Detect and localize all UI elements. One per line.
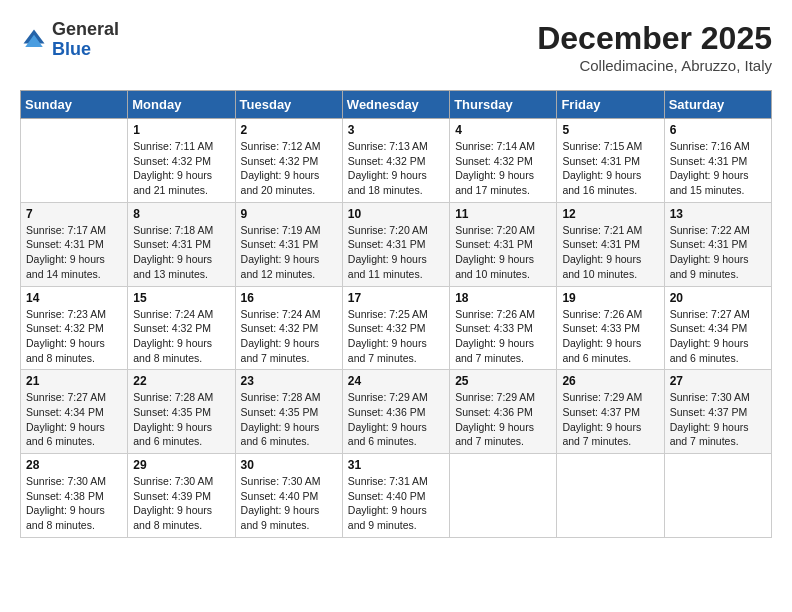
day-info: Sunrise: 7:26 AMSunset: 4:33 PMDaylight:… — [455, 307, 551, 366]
day-info: Sunrise: 7:21 AMSunset: 4:31 PMDaylight:… — [562, 223, 658, 282]
week-row-1: 1Sunrise: 7:11 AMSunset: 4:32 PMDaylight… — [21, 119, 772, 203]
day-cell: 7Sunrise: 7:17 AMSunset: 4:31 PMDaylight… — [21, 202, 128, 286]
day-number: 14 — [26, 291, 122, 305]
col-header-tuesday: Tuesday — [235, 91, 342, 119]
day-number: 19 — [562, 291, 658, 305]
day-info: Sunrise: 7:26 AMSunset: 4:33 PMDaylight:… — [562, 307, 658, 366]
day-cell: 30Sunrise: 7:30 AMSunset: 4:40 PMDayligh… — [235, 454, 342, 538]
day-number: 13 — [670, 207, 766, 221]
day-info: Sunrise: 7:23 AMSunset: 4:32 PMDaylight:… — [26, 307, 122, 366]
day-cell: 23Sunrise: 7:28 AMSunset: 4:35 PMDayligh… — [235, 370, 342, 454]
day-cell: 2Sunrise: 7:12 AMSunset: 4:32 PMDaylight… — [235, 119, 342, 203]
day-cell: 10Sunrise: 7:20 AMSunset: 4:31 PMDayligh… — [342, 202, 449, 286]
day-cell — [664, 454, 771, 538]
day-info: Sunrise: 7:29 AMSunset: 4:36 PMDaylight:… — [455, 390, 551, 449]
day-cell: 8Sunrise: 7:18 AMSunset: 4:31 PMDaylight… — [128, 202, 235, 286]
title-block: December 2025 Colledimacine, Abruzzo, It… — [537, 20, 772, 74]
day-cell: 31Sunrise: 7:31 AMSunset: 4:40 PMDayligh… — [342, 454, 449, 538]
day-cell: 6Sunrise: 7:16 AMSunset: 4:31 PMDaylight… — [664, 119, 771, 203]
day-cell: 22Sunrise: 7:28 AMSunset: 4:35 PMDayligh… — [128, 370, 235, 454]
calendar-table: SundayMondayTuesdayWednesdayThursdayFrid… — [20, 90, 772, 538]
col-header-saturday: Saturday — [664, 91, 771, 119]
day-info: Sunrise: 7:24 AMSunset: 4:32 PMDaylight:… — [241, 307, 337, 366]
logo: General Blue — [20, 20, 119, 60]
day-number: 18 — [455, 291, 551, 305]
day-number: 16 — [241, 291, 337, 305]
day-info: Sunrise: 7:30 AMSunset: 4:40 PMDaylight:… — [241, 474, 337, 533]
day-info: Sunrise: 7:28 AMSunset: 4:35 PMDaylight:… — [241, 390, 337, 449]
location: Colledimacine, Abruzzo, Italy — [537, 57, 772, 74]
day-cell: 19Sunrise: 7:26 AMSunset: 4:33 PMDayligh… — [557, 286, 664, 370]
day-number: 23 — [241, 374, 337, 388]
day-number: 28 — [26, 458, 122, 472]
day-number: 3 — [348, 123, 444, 137]
day-cell: 3Sunrise: 7:13 AMSunset: 4:32 PMDaylight… — [342, 119, 449, 203]
day-cell: 9Sunrise: 7:19 AMSunset: 4:31 PMDaylight… — [235, 202, 342, 286]
day-info: Sunrise: 7:13 AMSunset: 4:32 PMDaylight:… — [348, 139, 444, 198]
week-row-2: 7Sunrise: 7:17 AMSunset: 4:31 PMDaylight… — [21, 202, 772, 286]
day-cell: 24Sunrise: 7:29 AMSunset: 4:36 PMDayligh… — [342, 370, 449, 454]
day-cell: 29Sunrise: 7:30 AMSunset: 4:39 PMDayligh… — [128, 454, 235, 538]
day-cell: 28Sunrise: 7:30 AMSunset: 4:38 PMDayligh… — [21, 454, 128, 538]
day-info: Sunrise: 7:29 AMSunset: 4:36 PMDaylight:… — [348, 390, 444, 449]
day-cell: 20Sunrise: 7:27 AMSunset: 4:34 PMDayligh… — [664, 286, 771, 370]
day-info: Sunrise: 7:30 AMSunset: 4:38 PMDaylight:… — [26, 474, 122, 533]
day-number: 4 — [455, 123, 551, 137]
day-info: Sunrise: 7:27 AMSunset: 4:34 PMDaylight:… — [670, 307, 766, 366]
day-info: Sunrise: 7:20 AMSunset: 4:31 PMDaylight:… — [348, 223, 444, 282]
day-info: Sunrise: 7:27 AMSunset: 4:34 PMDaylight:… — [26, 390, 122, 449]
day-number: 10 — [348, 207, 444, 221]
col-header-thursday: Thursday — [450, 91, 557, 119]
day-number: 8 — [133, 207, 229, 221]
day-number: 7 — [26, 207, 122, 221]
col-header-wednesday: Wednesday — [342, 91, 449, 119]
day-cell: 13Sunrise: 7:22 AMSunset: 4:31 PMDayligh… — [664, 202, 771, 286]
day-number: 17 — [348, 291, 444, 305]
day-info: Sunrise: 7:30 AMSunset: 4:37 PMDaylight:… — [670, 390, 766, 449]
logo-icon — [20, 26, 48, 54]
day-info: Sunrise: 7:28 AMSunset: 4:35 PMDaylight:… — [133, 390, 229, 449]
day-cell: 14Sunrise: 7:23 AMSunset: 4:32 PMDayligh… — [21, 286, 128, 370]
day-number: 11 — [455, 207, 551, 221]
col-header-sunday: Sunday — [21, 91, 128, 119]
day-cell: 17Sunrise: 7:25 AMSunset: 4:32 PMDayligh… — [342, 286, 449, 370]
day-number: 27 — [670, 374, 766, 388]
day-cell: 11Sunrise: 7:20 AMSunset: 4:31 PMDayligh… — [450, 202, 557, 286]
day-cell: 27Sunrise: 7:30 AMSunset: 4:37 PMDayligh… — [664, 370, 771, 454]
day-info: Sunrise: 7:16 AMSunset: 4:31 PMDaylight:… — [670, 139, 766, 198]
day-cell — [21, 119, 128, 203]
day-info: Sunrise: 7:29 AMSunset: 4:37 PMDaylight:… — [562, 390, 658, 449]
day-cell: 21Sunrise: 7:27 AMSunset: 4:34 PMDayligh… — [21, 370, 128, 454]
day-cell — [450, 454, 557, 538]
calendar-header-row: SundayMondayTuesdayWednesdayThursdayFrid… — [21, 91, 772, 119]
day-info: Sunrise: 7:17 AMSunset: 4:31 PMDaylight:… — [26, 223, 122, 282]
day-number: 12 — [562, 207, 658, 221]
day-cell: 16Sunrise: 7:24 AMSunset: 4:32 PMDayligh… — [235, 286, 342, 370]
day-number: 2 — [241, 123, 337, 137]
week-row-5: 28Sunrise: 7:30 AMSunset: 4:38 PMDayligh… — [21, 454, 772, 538]
day-number: 21 — [26, 374, 122, 388]
day-info: Sunrise: 7:31 AMSunset: 4:40 PMDaylight:… — [348, 474, 444, 533]
day-info: Sunrise: 7:25 AMSunset: 4:32 PMDaylight:… — [348, 307, 444, 366]
day-cell: 25Sunrise: 7:29 AMSunset: 4:36 PMDayligh… — [450, 370, 557, 454]
day-number: 26 — [562, 374, 658, 388]
day-cell: 15Sunrise: 7:24 AMSunset: 4:32 PMDayligh… — [128, 286, 235, 370]
col-header-friday: Friday — [557, 91, 664, 119]
day-number: 6 — [670, 123, 766, 137]
day-info: Sunrise: 7:24 AMSunset: 4:32 PMDaylight:… — [133, 307, 229, 366]
day-number: 30 — [241, 458, 337, 472]
day-number: 22 — [133, 374, 229, 388]
day-info: Sunrise: 7:20 AMSunset: 4:31 PMDaylight:… — [455, 223, 551, 282]
day-cell: 18Sunrise: 7:26 AMSunset: 4:33 PMDayligh… — [450, 286, 557, 370]
day-info: Sunrise: 7:18 AMSunset: 4:31 PMDaylight:… — [133, 223, 229, 282]
day-number: 5 — [562, 123, 658, 137]
day-number: 1 — [133, 123, 229, 137]
day-info: Sunrise: 7:12 AMSunset: 4:32 PMDaylight:… — [241, 139, 337, 198]
logo-general: General — [52, 20, 119, 40]
day-info: Sunrise: 7:22 AMSunset: 4:31 PMDaylight:… — [670, 223, 766, 282]
day-number: 25 — [455, 374, 551, 388]
day-number: 24 — [348, 374, 444, 388]
day-cell: 4Sunrise: 7:14 AMSunset: 4:32 PMDaylight… — [450, 119, 557, 203]
day-number: 31 — [348, 458, 444, 472]
day-cell: 26Sunrise: 7:29 AMSunset: 4:37 PMDayligh… — [557, 370, 664, 454]
